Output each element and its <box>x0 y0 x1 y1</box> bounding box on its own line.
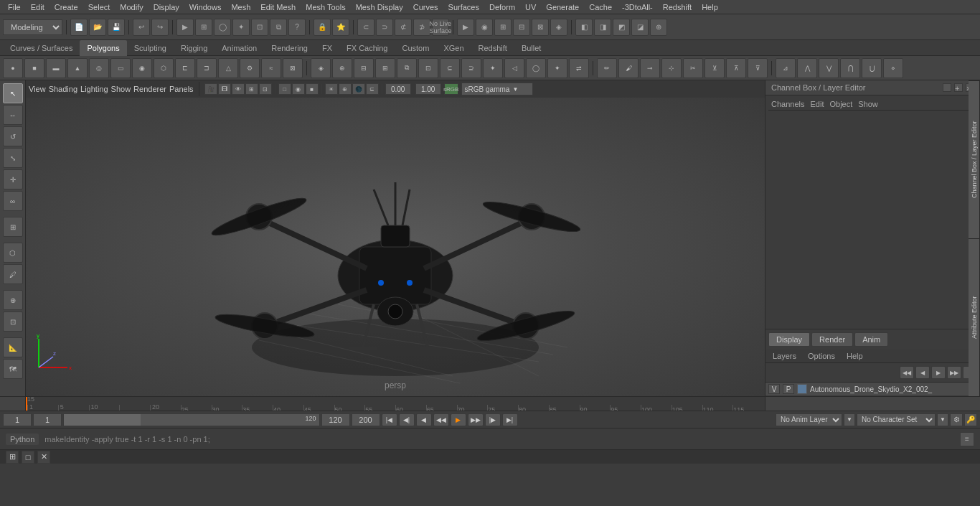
tool-select[interactable]: ↖ <box>3 83 23 103</box>
tab-fx[interactable]: FX <box>315 40 339 56</box>
tool-sculpt[interactable]: ⊡ <box>3 311 23 332</box>
shelf-icon-offset[interactable]: ⊻ <box>705 58 725 78</box>
menu-create[interactable]: Create <box>50 1 83 13</box>
vp-shadow-btn[interactable]: 🌑 <box>352 83 365 95</box>
shelf-icon-transform[interactable]: ⊽ <box>748 58 768 78</box>
pb-prev-key-btn[interactable]: ◀ <box>416 413 432 426</box>
menu-uv[interactable]: UV <box>520 1 541 13</box>
anim-range-input[interactable]: 200 <box>352 413 380 426</box>
snap-curve-btn[interactable]: ◯ <box>214 19 231 36</box>
save-file-btn[interactable]: 💾 <box>108 19 125 36</box>
shelf-icon-reorder[interactable]: ⋄ <box>883 58 903 78</box>
vp-lighting1-btn[interactable]: ☀ <box>325 83 338 95</box>
shelf-icon-crease[interactable]: ⊸ <box>640 58 660 78</box>
menu-cache[interactable]: Cache <box>584 1 617 13</box>
no-live-surface-btn[interactable]: No Live Surface <box>432 19 449 36</box>
menu-file[interactable]: File <box>3 1 26 13</box>
edge-tab-attribute-editor[interactable]: Attribute Editor <box>969 238 980 396</box>
tab-rigging[interactable]: Rigging <box>174 40 215 56</box>
bottom-square-btn[interactable]: □ <box>22 451 34 464</box>
vp-smooth-btn[interactable]: ◉ <box>292 83 305 95</box>
channels-object-tab[interactable]: Object <box>829 100 852 108</box>
anim-layer-dropdown[interactable]: No Anim Layer <box>776 413 842 426</box>
shelf-icon-target[interactable]: ⊹ <box>661 58 682 78</box>
constraint3-btn[interactable]: ⊄ <box>395 19 412 36</box>
frame-input-2[interactable]: 1 <box>33 413 62 426</box>
viewport-canvas[interactable]: x y z persp <box>26 98 765 396</box>
vp-gamma-select[interactable]: sRGB gamma ▼ <box>461 83 533 95</box>
layer-row[interactable]: V P Autonomous_Drone_Skydio_X2_002_ <box>765 383 980 396</box>
shelf-icon-uvmap5[interactable]: ⋃ <box>862 58 882 78</box>
shelf-icon-extrude[interactable]: ⧉ <box>397 58 417 78</box>
menu-help[interactable]: Help <box>697 1 723 13</box>
constraint2-btn[interactable]: ⊃ <box>376 19 393 36</box>
undo-btn[interactable]: ↩ <box>133 19 150 36</box>
select-by-hierarchy-btn[interactable]: ▶ <box>176 19 194 36</box>
shelf-icon-mirror[interactable]: ⊆ <box>440 58 460 78</box>
shelf-icon-fill[interactable]: ⊡ <box>418 58 438 78</box>
redo-btn[interactable]: ↪ <box>151 19 169 36</box>
layers-tab[interactable]: Layers <box>768 351 801 361</box>
menu-mesh-display[interactable]: Mesh Display <box>351 1 408 13</box>
channels-tab[interactable]: Channels <box>771 100 804 108</box>
tool-measure[interactable]: 📐 <box>3 337 23 357</box>
shelf-icon-platonic[interactable]: ⬡ <box>154 58 174 78</box>
shelf-icon-poke[interactable]: ✦ <box>483 58 503 78</box>
pb-settings-btn[interactable]: ⚙ <box>950 413 963 426</box>
layer-end-btn[interactable]: ▶▶ <box>947 366 961 379</box>
tool-show-manip[interactable]: ⊞ <box>3 217 23 237</box>
tab-bullet[interactable]: Bullet <box>514 40 549 56</box>
snap-point-btn[interactable]: ✦ <box>232 19 250 36</box>
vp-grid-btn[interactable]: ⊞ <box>245 83 258 95</box>
tab-anim[interactable]: Anim <box>854 332 888 347</box>
shelf-icon-boolean[interactable]: ⊕ <box>332 58 352 78</box>
layer-back-btn[interactable]: ◀ <box>915 366 930 379</box>
menu-3dtool[interactable]: -3DtoAll- <box>617 1 658 13</box>
constraint4-btn[interactable]: ⊅ <box>413 19 430 36</box>
vp-menu-show[interactable]: Show <box>111 85 131 93</box>
pb-play-fwd-btn[interactable]: ▶ <box>451 413 466 426</box>
vp-xray-btn[interactable]: ⊆ <box>366 83 379 95</box>
pb-step-fwd-btn[interactable]: |▶ <box>485 413 501 426</box>
rs3-btn[interactable]: ◩ <box>613 19 630 36</box>
tool-rotate[interactable]: ↺ <box>3 126 23 146</box>
char-set-dropdown[interactable]: No Character Set <box>857 413 936 426</box>
tab-render[interactable]: Render <box>811 332 853 347</box>
shelf-icon-uvmap4[interactable]: ⋂ <box>840 58 860 78</box>
ipr-btn[interactable]: ◉ <box>476 19 493 36</box>
vp-menu-panels[interactable]: Panels <box>169 85 194 93</box>
shelf-icon-helix[interactable]: ≈ <box>261 58 281 78</box>
layers-options-tab[interactable]: Options <box>804 351 839 361</box>
python-label[interactable]: Python <box>6 434 39 445</box>
shelf-icon-combine[interactable]: ⊞ <box>375 58 395 78</box>
edge-tab-channel-box[interactable]: Channel Box / Layer Editor <box>969 80 980 238</box>
tool-move[interactable]: ↔ <box>3 105 23 125</box>
vp-menu-lighting[interactable]: Lighting <box>80 85 108 93</box>
tool-paint[interactable]: 🖊 <box>3 264 23 284</box>
shelf-icon-cube[interactable]: ■ <box>24 58 44 78</box>
layer-v-toggle[interactable]: V <box>768 384 780 394</box>
layer-fwd-btn[interactable]: ▶ <box>931 366 946 379</box>
snap-grid-btn[interactable]: ⊞ <box>195 19 212 36</box>
vp-val2-input[interactable]: 1.00 <box>415 83 441 95</box>
timeline-ruler[interactable]: 1 5 10 15 20 25 30 35 40 45 50 55 60 65 … <box>26 397 765 411</box>
menu-edit-mesh[interactable]: Edit Mesh <box>255 1 301 13</box>
tab-xgen[interactable]: XGen <box>436 40 471 56</box>
workspace-dropdown[interactable]: Modeling Rigging Animation <box>3 19 62 35</box>
snap-view-btn[interactable]: ⊡ <box>251 19 268 36</box>
menu-curves[interactable]: Curves <box>408 1 443 13</box>
tab-rendering[interactable]: Rendering <box>264 40 315 56</box>
playback-range-bar[interactable]: 120 <box>63 413 320 426</box>
shelf-icon-plane[interactable]: ▭ <box>110 58 131 78</box>
shelf-icon-pyramid[interactable]: △ <box>218 58 238 78</box>
shelf-icon-prism[interactable]: ⊐ <box>197 58 217 78</box>
menu-edit[interactable]: Edit <box>26 1 50 13</box>
menu-windows[interactable]: Windows <box>184 1 227 13</box>
menu-deform[interactable]: Deform <box>484 1 520 13</box>
vp-flat-btn[interactable]: ■ <box>306 83 319 95</box>
shelf-icon-bridge[interactable]: ⊟ <box>354 58 374 78</box>
tool-soft-select[interactable]: ∞ <box>3 191 23 211</box>
shelf-icon-gear[interactable]: ⚙ <box>240 58 260 78</box>
shelf-icon-circularize[interactable]: ◯ <box>526 58 546 78</box>
layer-color-swatch[interactable] <box>797 384 807 394</box>
